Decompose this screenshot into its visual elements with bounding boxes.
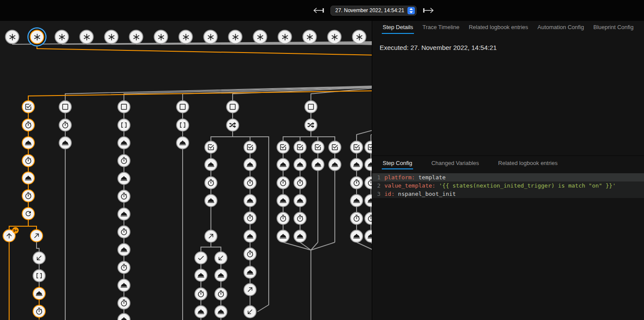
trace-node-bell[interactable] bbox=[294, 194, 307, 207]
tab-changed-variables[interactable]: Changed Variables bbox=[430, 158, 480, 169]
trace-node-bell[interactable] bbox=[204, 158, 217, 171]
tab-step-details[interactable]: Step Details bbox=[382, 21, 414, 34]
trace-node-bell[interactable] bbox=[194, 269, 207, 282]
trigger-node[interactable] bbox=[303, 30, 317, 44]
trigger-node[interactable] bbox=[278, 30, 292, 44]
trigger-node-selected[interactable] bbox=[30, 30, 44, 44]
trace-node-timer[interactable] bbox=[364, 176, 372, 189]
trace-node-checkbox-marked[interactable] bbox=[244, 141, 257, 154]
trace-node-timer[interactable] bbox=[117, 154, 130, 167]
trace-node-bell[interactable] bbox=[244, 230, 257, 243]
trace-node-refresh[interactable] bbox=[22, 207, 35, 220]
trigger-node[interactable] bbox=[352, 30, 367, 44]
tab-trace-timeline[interactable]: Trace Timeline bbox=[422, 21, 460, 34]
trace-node-check[interactable] bbox=[194, 251, 207, 264]
trace-node-timer[interactable] bbox=[117, 297, 130, 310]
trace-node-arrow-top-right[interactable] bbox=[204, 230, 217, 243]
trace-node-checkbox-blank[interactable] bbox=[304, 100, 317, 113]
trigger-node[interactable] bbox=[129, 30, 143, 44]
trace-node-timer[interactable] bbox=[117, 261, 130, 274]
trace-run-select[interactable]: 27. November 2022, 14:54:21 bbox=[330, 6, 417, 16]
trace-node-bell[interactable] bbox=[176, 136, 189, 149]
trace-node-bell[interactable] bbox=[244, 158, 257, 171]
trigger-node[interactable] bbox=[327, 30, 342, 44]
trace-node-checkbox-marked[interactable] bbox=[277, 141, 290, 154]
trace-node-bell[interactable] bbox=[117, 243, 130, 256]
tab-step-config[interactable]: Step Config bbox=[382, 158, 413, 169]
trigger-node[interactable] bbox=[204, 30, 218, 44]
trace-node-timer[interactable] bbox=[59, 119, 72, 132]
trace-node-bell[interactable] bbox=[364, 230, 372, 243]
trace-node-timer[interactable] bbox=[277, 176, 290, 189]
trace-node-bell[interactable] bbox=[364, 194, 372, 207]
trace-node-bell[interactable] bbox=[194, 305, 207, 318]
trace-node-shuffle[interactable] bbox=[304, 119, 317, 132]
trace-node-bell[interactable] bbox=[214, 269, 227, 282]
trace-node-bell[interactable] bbox=[277, 158, 290, 171]
trigger-node[interactable] bbox=[253, 30, 267, 44]
trace-node-checkbox-blank[interactable] bbox=[117, 100, 130, 113]
previous-trace-button[interactable] bbox=[312, 6, 325, 15]
trace-node-checkbox-marked[interactable] bbox=[22, 100, 35, 113]
trace-node-bell[interactable] bbox=[277, 194, 290, 207]
trace-node-checkbox-marked[interactable] bbox=[311, 141, 324, 154]
tab-automation-config[interactable]: Automation Config bbox=[537, 21, 585, 34]
trace-node-brackets[interactable] bbox=[176, 119, 189, 132]
trace-node-bell[interactable] bbox=[350, 158, 363, 171]
trace-node-bell[interactable] bbox=[117, 208, 130, 221]
trace-node-timer[interactable] bbox=[22, 189, 35, 202]
tab-blueprint-config[interactable]: Blueprint Config bbox=[592, 21, 634, 34]
trace-node-checkbox-marked[interactable] bbox=[204, 141, 217, 154]
trace-node-bell[interactable] bbox=[350, 230, 363, 243]
trace-node-brackets[interactable] bbox=[33, 269, 46, 282]
next-trace-button[interactable] bbox=[422, 6, 435, 15]
trace-node-arrow-top-right[interactable] bbox=[244, 283, 257, 296]
trigger-node[interactable] bbox=[179, 30, 193, 44]
trigger-node[interactable] bbox=[104, 30, 119, 44]
trace-node-bell[interactable] bbox=[294, 230, 307, 243]
trace-node-bell[interactable] bbox=[22, 136, 35, 149]
trace-node-bell[interactable] bbox=[214, 305, 227, 318]
trace-node-timer[interactable] bbox=[33, 305, 46, 318]
trigger-node[interactable] bbox=[228, 30, 243, 44]
trace-node-bell[interactable] bbox=[204, 194, 217, 207]
trace-node-checkbox-marked[interactable] bbox=[328, 141, 341, 154]
trace-node-checkbox-blank[interactable] bbox=[226, 100, 239, 113]
trace-node-bell[interactable] bbox=[117, 279, 130, 292]
trace-node-timer[interactable] bbox=[364, 212, 372, 225]
trace-node-bell[interactable] bbox=[294, 158, 307, 171]
trace-node-checkbox-marked[interactable] bbox=[350, 141, 363, 154]
trace-node-timer[interactable] bbox=[22, 154, 35, 167]
trace-node-checkbox-marked[interactable] bbox=[294, 141, 307, 154]
trace-node-bell[interactable] bbox=[244, 194, 257, 207]
trace-node-bell[interactable] bbox=[117, 172, 130, 185]
trace-node-arrow-top-right[interactable] bbox=[30, 229, 43, 242]
trigger-node[interactable] bbox=[55, 30, 69, 44]
trigger-node[interactable] bbox=[154, 30, 168, 44]
trace-node-arrow-bottom-left[interactable] bbox=[244, 305, 257, 318]
trace-node-timer[interactable] bbox=[204, 176, 217, 189]
trace-node-timer[interactable] bbox=[214, 287, 227, 300]
trace-node-bell[interactable] bbox=[244, 266, 257, 279]
trace-node-timer[interactable] bbox=[22, 119, 35, 132]
trace-node-bell[interactable] bbox=[328, 158, 341, 171]
trace-node-timer[interactable] bbox=[194, 287, 207, 300]
trace-node-bell[interactable] bbox=[350, 194, 363, 207]
trace-node-checkbox-blank[interactable] bbox=[59, 100, 72, 113]
trace-node-bell[interactable] bbox=[117, 136, 130, 149]
trace-node-bell[interactable] bbox=[311, 158, 324, 171]
trace-node-checkbox-blank[interactable] bbox=[176, 100, 189, 113]
trace-node-arrow-bottom-left[interactable] bbox=[33, 251, 46, 264]
trace-node-timer[interactable] bbox=[294, 212, 307, 225]
tab-related-logbook-entries[interactable]: Related logbook entries bbox=[497, 158, 559, 169]
trigger-node[interactable] bbox=[80, 30, 94, 44]
trace-node-checkbox-marked[interactable] bbox=[364, 141, 372, 154]
trace-node-brackets[interactable] bbox=[117, 119, 130, 132]
trace-node-timer[interactable] bbox=[244, 176, 257, 189]
trace-node-bell[interactable] bbox=[59, 136, 72, 149]
trace-node-arrow-up[interactable]: 9+ bbox=[3, 229, 16, 242]
trace-node-timer[interactable] bbox=[117, 190, 130, 203]
trace-node-timer[interactable] bbox=[277, 212, 290, 225]
trace-node-timer[interactable] bbox=[350, 176, 363, 189]
trace-node-shuffle[interactable] bbox=[226, 119, 239, 132]
